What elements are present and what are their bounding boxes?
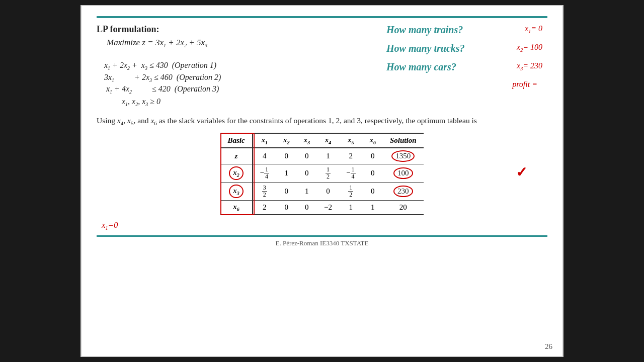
cell-basic-x6: x6 — [220, 201, 252, 215]
cell-x6-x4: −2 — [317, 201, 339, 215]
cell-x3-sol: 230 — [383, 183, 424, 201]
cell-x2-x4: 12 — [317, 164, 339, 182]
cell-x3-x5: 12 — [339, 183, 362, 201]
footer: E. Pérez-Roman IE3340 TXSTATE — [97, 237, 547, 250]
cell-x6-x6: 1 — [363, 201, 383, 215]
slide: LP formulation: Maximize z = 3x1 + 2x2 +… — [80, 5, 564, 357]
header-x2: x2 — [276, 133, 297, 148]
tableau-container: Basic x1 x2 x3 x4 x5 x6 Solution — [97, 133, 547, 216]
answer-trucks: x2= 100 — [517, 43, 542, 53]
cell-z-x5: 2 — [339, 148, 362, 164]
circled-x2: x2 — [229, 166, 244, 180]
header-solution: Solution — [383, 133, 424, 148]
cell-z-x1: 4 — [253, 148, 276, 164]
cell-x2-x1: −14 — [253, 164, 276, 182]
lp-title: LP formulation: — [97, 24, 386, 35]
answer-trains: x1= 0 — [525, 24, 542, 34]
right-dark-bar — [564, 0, 644, 362]
lp-right: How many trains? x1= 0 How many trucks? … — [386, 24, 547, 110]
text-body: Using x4, x5, and x6 as the slack variab… — [97, 115, 547, 128]
left-dark-bar — [0, 0, 80, 362]
tableau-wrapper: Basic x1 x2 x3 x4 x5 x6 Solution — [220, 133, 423, 216]
cell-x6-x1: 2 — [253, 201, 276, 215]
cell-x2-x5: −14 — [339, 164, 362, 182]
header-x5: x5 — [339, 133, 362, 148]
qa-item-trucks: How many trucks? x2= 100 — [386, 43, 547, 54]
table-row-z: z 4 0 0 1 2 0 1350 — [220, 148, 423, 164]
cell-z-x4: 1 — [317, 148, 339, 164]
cell-x3-x4: 0 — [317, 183, 339, 201]
circled-x3: x3 — [229, 185, 244, 198]
cell-basic-x2: x2 — [220, 164, 252, 182]
cell-x3-x1: 32 — [253, 183, 276, 201]
objective-line: Maximize z = 3x1 + 2x2 + 5x3 — [107, 38, 386, 48]
circled-230: 230 — [393, 186, 413, 197]
cell-x3-x2: 0 — [276, 183, 297, 201]
cell-basic-x3: x3 — [220, 183, 252, 201]
cell-z-sol: 1350 — [383, 148, 424, 164]
question-cars: How many cars? — [386, 61, 456, 72]
cell-z-x2: 0 — [276, 148, 297, 164]
bottom-annotation: x1=0 — [102, 220, 547, 231]
cell-x6-x3: 0 — [297, 201, 317, 215]
cell-x6-sol: 20 — [383, 201, 424, 215]
top-border — [97, 16, 547, 18]
qa-item-trains: How many trains? x1= 0 — [386, 24, 547, 36]
check-mark: ✓ — [516, 164, 527, 180]
cell-x2-x2: 1 — [276, 164, 297, 182]
lp-section: LP formulation: Maximize z = 3x1 + 2x2 +… — [97, 24, 547, 110]
answer-cars: x3= 230 — [517, 61, 542, 71]
constraint1-line: x1 + 2x2 + x3 ≤ 430 (Operation 1) — [104, 61, 386, 71]
circled-100: 100 — [393, 167, 413, 179]
question-trains: How many trains? — [386, 24, 463, 35]
header-x4: x4 — [317, 133, 339, 148]
nonneg-line: x1, x2, x3 ≥ 0 — [122, 97, 386, 107]
header-x3: x3 — [297, 133, 317, 148]
cell-x2-sol: 100 — [383, 164, 424, 182]
cell-x2-x3: 0 — [297, 164, 317, 182]
cell-x6-x2: 0 — [276, 201, 297, 215]
cell-x6-x5: 1 — [339, 201, 362, 215]
table-row-x2: x2 −14 1 0 12 −14 0 100 — [220, 164, 423, 182]
profit-annotation: profit = — [386, 80, 537, 89]
page-number: 26 — [545, 342, 552, 351]
cell-x3-x6: 0 — [363, 183, 383, 201]
table-row-x6: x6 2 0 0 −2 1 1 20 — [220, 201, 423, 215]
header-x1: x1 — [253, 133, 276, 148]
cell-z-x3: 0 — [297, 148, 317, 164]
footer-text: E. Pérez-Roman IE3340 TXSTATE — [275, 239, 368, 247]
constraint3-line: x1 + 4x2 ≤ 420 (Operation 3) — [104, 84, 386, 95]
cell-x2-x6: 0 — [363, 164, 383, 182]
header-x6: x6 — [363, 133, 383, 148]
table-row-x3: x3 32 0 1 0 12 0 230 — [220, 183, 423, 201]
question-trucks: How many trucks? — [386, 43, 465, 54]
cell-basic-z: z — [220, 148, 252, 164]
cell-z-x6: 0 — [363, 148, 383, 164]
qa-item-cars: How many cars? x3= 230 — [386, 61, 547, 73]
header-basic: Basic — [220, 133, 252, 148]
circled-1350: 1350 — [391, 150, 415, 162]
constraint2-line: 3x1 + 2x3 ≤ 460 (Operation 2) — [104, 73, 386, 83]
cell-x3-x3: 1 — [297, 183, 317, 201]
simplex-tableau: Basic x1 x2 x3 x4 x5 x6 Solution — [220, 133, 423, 216]
lp-left: LP formulation: Maximize z = 3x1 + 2x2 +… — [97, 24, 386, 110]
